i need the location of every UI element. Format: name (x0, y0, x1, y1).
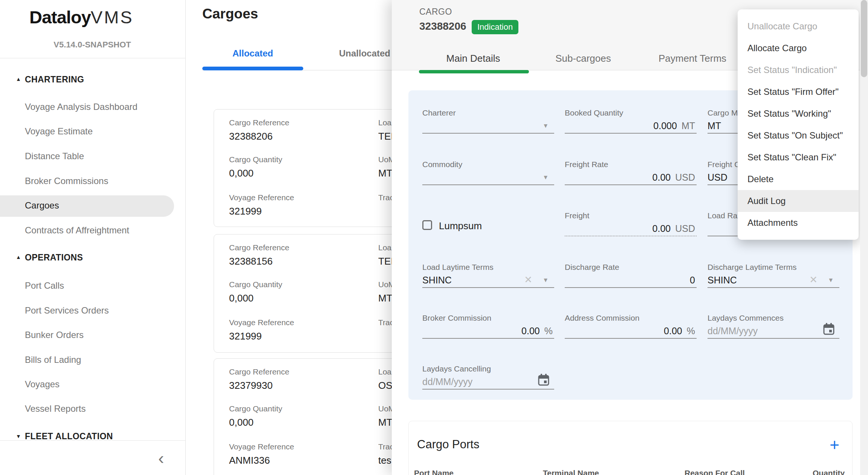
unit-suffix: USD (675, 222, 695, 234)
broker-commission-field[interactable]: Broker Commission 0.00% (422, 314, 554, 342)
commodity-field[interactable]: Commodity ▾ (422, 160, 554, 188)
card-field-value: ANMI336 (229, 455, 270, 466)
chevron-down-icon[interactable]: ▾ (544, 121, 547, 130)
sidebar-item-bunker-orders[interactable]: Bunker Orders (25, 330, 84, 340)
laydays-commences-field[interactable]: Laydays Commences dd/MM/yyyy (708, 314, 839, 342)
add-icon[interactable]: + (830, 435, 839, 454)
field-value: USD (708, 171, 727, 183)
card-field-value: 321999 (229, 330, 262, 342)
sidebar-item-voyage-analysis-dashboard[interactable]: Voyage Analysis Dashboard (25, 102, 138, 112)
menu-item-delete[interactable]: Delete (738, 168, 859, 190)
cargo-card[interactable]: Cargo Reference 32388206 Cargo Quantity … (214, 109, 410, 227)
field-label: Cargo M (708, 108, 738, 117)
sidebar-item-port-calls[interactable]: Port Calls (25, 280, 64, 291)
field-label: Charterer (422, 108, 456, 117)
field-label: Commodity (422, 160, 462, 169)
sidebar-item-voyages[interactable]: Voyages (25, 379, 60, 390)
freight-field[interactable]: Freight 0.00USD (565, 211, 697, 239)
card-field-label: Cargo Reference (229, 367, 289, 376)
laydays-cancelling-field[interactable]: Laydays Cancelling dd/MM/yyyy (422, 364, 554, 393)
field-value: 0.00 (664, 325, 682, 337)
card-field-value: OS (378, 380, 393, 391)
active-tab-indicator (202, 67, 303, 70)
sidebar-section-fleet-allocation[interactable]: FLEET ALLOCATION (25, 431, 113, 442)
menu-item-set-status-on-subject[interactable]: Set Status "On Subject" (738, 125, 859, 146)
field-underline (565, 184, 697, 185)
field-value: SHINC (422, 274, 452, 286)
scrollbar-track[interactable] (860, 0, 868, 475)
card-field-value: 0,000 (229, 292, 254, 304)
menu-item-audit-log[interactable]: Audit Log (738, 190, 859, 212)
sidebar-section-operations[interactable]: OPERATIONS (25, 253, 83, 263)
sidebar-item-contracts-of-affreightment[interactable]: Contracts of Affreightment (25, 225, 129, 236)
calendar-icon[interactable] (823, 323, 835, 337)
tab-allocated[interactable]: Allocated (202, 48, 303, 59)
tab-sub-cargoes[interactable]: Sub-cargoes (544, 53, 623, 64)
load-laytime-terms-field[interactable]: Load Laytime Terms SHINC ✕ ▾ (422, 263, 554, 291)
field-value: 0.00 (653, 171, 671, 183)
column-header-terminal-name: Terminal Name (543, 469, 599, 475)
field-value: SHINC (708, 274, 737, 286)
menu-item-set-status-clean-fix[interactable]: Set Status "Clean Fix" (738, 146, 859, 168)
page-title: Cargoes (202, 6, 258, 22)
logo-bold-text: Dataloy (29, 7, 91, 27)
field-label: Freight (565, 211, 589, 220)
sidebar-item-distance-table[interactable]: Distance Table (25, 151, 84, 161)
field-underline (565, 133, 697, 134)
cargo-card[interactable]: Cargo Reference 32388156 Cargo Quantity … (214, 234, 410, 353)
menu-item-allocate-cargo[interactable]: Allocate Cargo (738, 37, 859, 59)
card-field-value: MT (378, 417, 393, 428)
sidebar-item-broker-commissions[interactable]: Broker Commissions (25, 176, 108, 186)
card-field-value: tes (378, 455, 391, 466)
sidebar-item-bills-of-lading[interactable]: Bills of Lading (25, 355, 81, 365)
menu-item-set-status-working[interactable]: Set Status "Working" (738, 103, 859, 125)
tab-payment-terms[interactable]: Payment Terms (653, 53, 732, 64)
discharge-rate-field[interactable]: Discharge Rate 0 (565, 263, 697, 291)
sidebar-section-chartering[interactable]: CHARTERING (25, 75, 84, 85)
field-underline (422, 287, 554, 288)
card-field-label: Cargo Quantity (229, 155, 282, 164)
card-field-value: TEI (378, 256, 393, 267)
sidebar-item-voyage-estimate[interactable]: Voyage Estimate (25, 126, 93, 137)
cargo-reference: 32388206 (419, 20, 466, 32)
card-field-label: Cargo Reference (229, 118, 289, 127)
field-label: Load Laytime Terms (422, 263, 494, 272)
section-expand-icon[interactable]: ▼ (16, 433, 21, 439)
chevron-down-icon[interactable]: ▾ (829, 276, 833, 284)
status-badge: Indication (472, 20, 518, 34)
sidebar-item-cargoes[interactable]: Cargoes (25, 200, 59, 211)
chevron-down-icon[interactable]: ▾ (544, 276, 547, 284)
collapse-sidebar-icon[interactable]: ‹ (158, 448, 164, 468)
sidebar-bottom-divider (0, 440, 185, 441)
lumpsum-checkbox[interactable] (422, 220, 432, 230)
field-underline (422, 133, 554, 134)
calendar-icon[interactable] (538, 373, 550, 388)
field-label: Laydays Commences (708, 314, 784, 323)
field-label: Freight C (708, 160, 740, 169)
card-field-value: 0,000 (229, 417, 254, 428)
clear-icon[interactable]: ✕ (524, 274, 532, 286)
scrollbar-thumb[interactable] (861, 0, 867, 77)
tab-main-details[interactable]: Main Details (434, 53, 513, 64)
chevron-down-icon[interactable]: ▾ (544, 173, 547, 181)
column-header-quantity: Quantity (813, 469, 845, 475)
sidebar-item-port-services-orders[interactable]: Port Services Orders (25, 305, 109, 316)
freight-rate-field[interactable]: Freight Rate 0.00USD (565, 160, 697, 188)
sidebar-item-vessel-reports[interactable]: Vessel Reports (25, 403, 86, 414)
menu-item-set-status-firm-offer[interactable]: Set Status "Firm Offer" (738, 81, 859, 103)
section-collapse-icon[interactable]: ▲ (16, 76, 21, 82)
field-underline (565, 236, 697, 236)
cargo-ports-title: Cargo Ports (417, 438, 479, 451)
address-commission-field[interactable]: Address Commission 0.00% (565, 314, 697, 342)
card-field-value: 32388156 (229, 256, 273, 267)
discharge-laytime-terms-field[interactable]: Discharge Laytime Terms SHINC ✕ ▾ (708, 263, 839, 291)
booked-quantity-field[interactable]: Booked Quantity 0.000MT (565, 108, 697, 137)
clear-icon[interactable]: ✕ (809, 274, 818, 286)
field-underline (565, 338, 697, 339)
field-value: 0.00 (653, 222, 671, 234)
menu-item-attachments[interactable]: Attachments (738, 212, 859, 234)
section-collapse-icon[interactable]: ▲ (16, 254, 21, 260)
sidebar: DataloyVMS V5.14.0-SNAPSHOT ▲ CHARTERING… (0, 0, 186, 475)
cargo-card[interactable]: Cargo Reference 32379930 Cargo Quantity … (214, 358, 410, 475)
charterer-field[interactable]: Charterer ▾ (422, 108, 554, 137)
